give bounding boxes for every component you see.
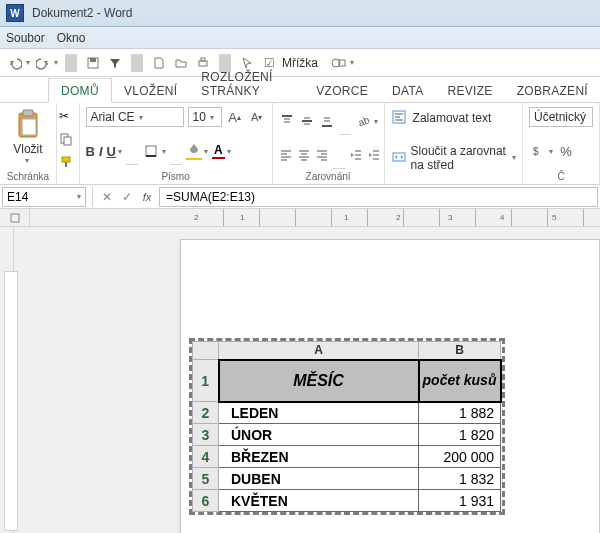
font-color-button[interactable]: A [212,143,225,159]
align-left-icon[interactable] [279,146,293,164]
menu-file[interactable]: Soubor [6,31,45,45]
shapes-icon[interactable] [330,54,348,72]
vertical-ruler[interactable] [0,227,14,533]
cell-month[interactable]: DUBEN [219,468,419,490]
vertical-ruler-inner [4,271,18,531]
align-top-icon[interactable] [279,112,295,130]
cell-month[interactable]: KVĚTEN [219,490,419,512]
border-icon[interactable] [142,142,160,160]
paste-dropdown-icon[interactable]: ▾ [25,156,29,165]
underline-button[interactable]: U [107,144,116,159]
cell-qty[interactable]: 200 000 [419,446,501,468]
decrease-font-icon[interactable]: A▾ [248,108,266,126]
tab-insert[interactable]: VLOŽENÍ [112,79,189,102]
fx-icon[interactable]: fx [137,187,157,207]
merge-center-icon [391,149,407,167]
percent-icon[interactable]: % [557,142,575,160]
embedded-spreadsheet[interactable]: A B 1 MĚSÍC počet kusů 2 LEDEN 1 882 3 [189,338,505,515]
tab-formulas[interactable]: VZORCE [304,79,380,102]
name-box[interactable]: E14 ▾ [2,187,86,207]
fill-color-button[interactable] [186,143,202,160]
header-qty[interactable]: počet kusů [419,360,501,402]
new-icon[interactable] [150,54,168,72]
tab-home[interactable]: DOMŮ [48,78,112,103]
separator [65,54,77,72]
row-header[interactable]: 5 [193,468,219,490]
align-right-icon[interactable] [315,146,329,164]
horizontal-ruler[interactable]: 2 1 1 2 3 4 5 [188,209,600,226]
number-format-combo[interactable]: Účetnický [529,107,593,127]
orientation-dropdown-icon[interactable]: ▾ [374,117,378,126]
font-size-value: 10 [193,110,206,124]
cut-icon[interactable]: ✂ [59,109,77,123]
tab-data[interactable]: DATA [380,79,435,102]
currency-icon[interactable]: $ [529,142,547,160]
paste-icon [13,109,43,141]
italic-button[interactable]: I [99,144,103,159]
header-month[interactable]: MĚSÍC [219,360,419,402]
format-painter-icon[interactable] [59,155,77,169]
fontcolor-dropdown-icon[interactable]: ▾ [227,147,231,156]
open-icon[interactable] [172,54,190,72]
border-dropdown-icon[interactable]: ▾ [162,147,166,156]
row-header[interactable]: 1 [193,360,219,402]
cancel-formula-icon[interactable]: ✕ [97,187,117,207]
cell-qty[interactable]: 1 820 [419,424,501,446]
spreadsheet-table: A B 1 MĚSÍC počet kusů 2 LEDEN 1 882 3 [192,341,502,512]
ruler-toggle-icon[interactable] [0,209,30,226]
shapes-dropdown-icon[interactable]: ▾ [350,58,354,67]
tab-view[interactable]: ZOBRAZENÍ [505,79,600,102]
svg-rect-44 [393,153,405,161]
underline-dropdown-icon[interactable]: ▾ [118,147,122,156]
font-size-combo[interactable]: 10▾ [188,107,222,127]
cell-month[interactable]: BŘEZEN [219,446,419,468]
align-middle-icon[interactable] [299,112,315,130]
wrap-text-button[interactable]: Zalamovat text [391,107,516,129]
ruler-mark: 4 [500,213,504,222]
bold-button[interactable]: B [86,144,95,159]
ribbon: Vložit ▾ Schránka ✂ Arial CE▾ 10▾ A▴ A▾ … [0,103,600,185]
undo-dropdown-icon[interactable]: ▾ [26,58,30,67]
name-box-dropdown-icon[interactable]: ▾ [77,192,81,201]
merge-dropdown-icon[interactable]: ▾ [512,153,516,162]
cell-month[interactable]: LEDEN [219,402,419,424]
tab-layout[interactable]: ROZLOŽENÍ STRÁNKY [189,65,304,102]
separator [170,137,182,165]
formula-input[interactable]: =SUMA(E2:E13) [159,187,598,207]
row-header[interactable]: 2 [193,402,219,424]
col-header-a[interactable]: A [219,342,419,360]
svg-rect-3 [201,58,205,61]
align-center-icon[interactable] [297,146,311,164]
tab-review[interactable]: REVIZE [435,79,504,102]
font-name-combo[interactable]: Arial CE▾ [86,107,184,127]
row-header[interactable]: 4 [193,446,219,468]
cell-qty[interactable]: 1 931 [419,490,501,512]
align-bottom-icon[interactable] [319,112,335,130]
cell-month[interactable]: ÚNOR [219,424,419,446]
col-header-b[interactable]: B [419,342,501,360]
fill-dropdown-icon[interactable]: ▾ [204,147,208,156]
accept-formula-icon[interactable]: ✓ [117,187,137,207]
filter-icon[interactable] [106,54,124,72]
copy-icon[interactable] [59,132,77,146]
redo-dropdown-icon[interactable]: ▾ [54,58,58,67]
save-icon[interactable] [84,54,102,72]
row-header[interactable]: 6 [193,490,219,512]
paste-button[interactable]: Vložit ▾ [6,109,50,165]
menu-window[interactable]: Okno [57,31,86,45]
row-header[interactable]: 3 [193,424,219,446]
redo-icon[interactable] [34,54,52,72]
orientation-icon[interactable]: ab [355,112,371,130]
merge-center-label: Sloučit a zarovnat na střed [411,144,510,172]
increase-font-icon[interactable]: A▴ [226,108,244,126]
select-all-corner[interactable] [193,342,219,360]
page[interactable]: A B 1 MĚSÍC počet kusů 2 LEDEN 1 882 3 [180,239,600,533]
cell-qty[interactable]: 1 882 [419,402,501,424]
decrease-indent-icon[interactable] [349,146,363,164]
group-font: Arial CE▾ 10▾ A▴ A▾ B I U▾ ▾ ▾ A▾ Písmo [80,103,273,184]
merge-center-button[interactable]: Sloučit a zarovnat na střed ▾ [391,147,516,169]
currency-dropdown-icon[interactable]: ▾ [549,147,553,156]
cell-qty[interactable]: 1 832 [419,468,501,490]
increase-indent-icon[interactable] [367,146,381,164]
undo-icon[interactable] [6,54,24,72]
